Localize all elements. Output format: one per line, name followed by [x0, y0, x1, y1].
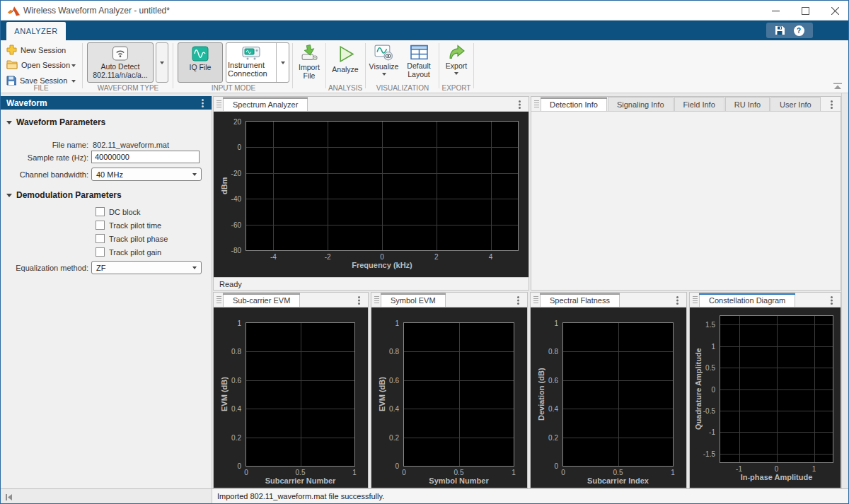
- symbol-evm-menu-icon[interactable]: [517, 296, 519, 298]
- close-button[interactable]: [820, 1, 849, 20]
- y-axis-tick-label: -1: [709, 428, 715, 436]
- plot-area: 1.510.50-0.5-1-1.5-101: [720, 315, 833, 463]
- matlab-logo-icon: [8, 6, 20, 16]
- visualize-label: Visualize: [369, 62, 399, 71]
- y-axis-tick-label: 0.4: [231, 405, 241, 413]
- tab-subcarrier-evm[interactable]: Sub-carrier EVM: [223, 293, 300, 307]
- export-dropdown-icon[interactable]: [454, 72, 458, 75]
- spectral-flatness-tab-bar: Spectral Flatness: [531, 293, 686, 307]
- panel-drag-grip[interactable]: [216, 100, 221, 107]
- x-axis-tick-label: 0.5: [613, 469, 623, 476]
- y-axis-tick-label: 0.8: [231, 348, 241, 356]
- auto-detect-label-line1: Auto Detect: [101, 62, 140, 71]
- checkbox-row-track-pilot-phase: Track pilot phase: [96, 234, 168, 243]
- input-mode-section-label: INPUT MODE: [178, 84, 289, 92]
- panel-drag-grip[interactable]: [534, 100, 539, 107]
- tab-signaling-info[interactable]: Signaling Info: [608, 97, 674, 111]
- sample-rate-input[interactable]: [91, 151, 200, 163]
- export-label: Export: [446, 61, 467, 70]
- panel-drag-grip[interactable]: [533, 296, 538, 303]
- tab-spectral-flatness[interactable]: Spectral Flatness: [540, 293, 620, 307]
- layout-grid-icon: [410, 45, 428, 60]
- tab-symbol-evm[interactable]: Symbol EVM: [381, 293, 446, 307]
- visualize-button[interactable]: Visualize: [367, 42, 400, 83]
- quick-save-icon[interactable]: [775, 25, 785, 35]
- tab-field-info[interactable]: Field Info: [674, 97, 724, 111]
- constellation-menu-icon[interactable]: [831, 296, 833, 298]
- panel-drag-grip[interactable]: [693, 296, 698, 303]
- right-scrollbar[interactable]: [841, 93, 849, 488]
- collapse-toolstrip-icon[interactable]: [833, 83, 843, 90]
- checkbox-track-pilot-gain[interactable]: [96, 247, 105, 257]
- default-layout-label: Default Layout: [403, 61, 435, 78]
- input-mode-dropdown-button[interactable]: [276, 43, 289, 82]
- collapse-panel-icon[interactable]: [5, 493, 13, 501]
- checkbox-dc-block[interactable]: [96, 207, 105, 216]
- checkbox-row-dc-block: DC block: [96, 207, 141, 216]
- checkbox-track-pilot-time[interactable]: [96, 221, 105, 230]
- spectrum-chart: 200-20-40-60-80-4-2024dBmFrequency (kHz): [214, 112, 529, 277]
- checkbox-row-track-pilot-time: Track pilot time: [96, 221, 161, 230]
- analyze-label: Analyze: [332, 65, 358, 74]
- file-name-label: File name:: [1, 141, 88, 149]
- analyze-button[interactable]: Analyze: [328, 42, 363, 83]
- panel-drag-grip[interactable]: [374, 296, 379, 303]
- iq-file-button[interactable]: IQ File: [178, 42, 223, 83]
- waveform-panel-menu-icon[interactable]: [202, 99, 204, 101]
- equalization-method-value: ZF: [96, 264, 105, 272]
- spectral-flatness-menu-icon[interactable]: [676, 296, 678, 298]
- folder-icon: [6, 60, 18, 69]
- tab-ru-info[interactable]: RU Info: [725, 97, 770, 111]
- spectrum-analyzer-panel: Spectrum Analyzer 200-20-40-60-80-4-2024…: [213, 96, 529, 291]
- waveform-parameters-heading[interactable]: Waveform Parameters: [6, 117, 105, 127]
- constellation-chart: 1.510.50-0.5-1-1.5-101Quadrature Amplitu…: [690, 307, 841, 488]
- tab-detection-info[interactable]: Detection Info: [541, 97, 607, 111]
- panel-drag-grip[interactable]: [216, 296, 221, 303]
- equalization-method-select[interactable]: ZF: [91, 261, 202, 274]
- instrument-connection-button[interactable]: Instrument Connection: [226, 43, 276, 82]
- maximize-button[interactable]: [790, 1, 820, 20]
- save-session-dropdown-icon[interactable]: [71, 80, 76, 83]
- x-axis-tick-label: 0: [402, 469, 406, 476]
- import-file-icon: [301, 45, 318, 61]
- x-axis-label: Symbol Number: [403, 476, 514, 485]
- checkbox-track-pilot-phase[interactable]: [96, 234, 105, 243]
- y-axis-tick-label: 0.6: [389, 376, 399, 384]
- checkbox-label: DC block: [109, 208, 141, 216]
- tab-user-info[interactable]: User Info: [770, 97, 821, 111]
- y-axis-tick-label: -40: [231, 195, 241, 203]
- help-icon[interactable]: ?: [794, 25, 804, 36]
- y-axis-tick-label: 20: [233, 118, 241, 126]
- open-session-dropdown-icon[interactable]: [71, 64, 76, 67]
- tab-spectrum-analyzer[interactable]: Spectrum Analyzer: [223, 97, 308, 111]
- checkbox-row-track-pilot-gain: Track pilot gain: [96, 247, 161, 257]
- export-button[interactable]: Export: [441, 42, 472, 83]
- visualize-dropdown-icon[interactable]: [382, 73, 386, 76]
- tab-constellation-diagram[interactable]: Constellation Diagram: [699, 293, 795, 307]
- y-axis-tick-label: -80: [231, 247, 241, 254]
- waveform-type-dropdown-button[interactable]: [156, 42, 168, 83]
- x-axis-tick-label: 0: [244, 469, 248, 476]
- info-panel: Detection InfoSignaling InfoField InfoRU…: [531, 96, 841, 291]
- y-axis-label: Deviation (dB): [536, 322, 547, 467]
- default-layout-button[interactable]: Default Layout: [401, 42, 437, 83]
- open-session-button[interactable]: Open Session: [6, 60, 70, 69]
- import-file-label: Import File: [295, 63, 323, 80]
- y-axis-tick-label: -1.5: [703, 450, 715, 457]
- tab-analyzer[interactable]: ANALYZER: [6, 22, 66, 40]
- gridline: [491, 122, 492, 250]
- y-axis-label: EVM (dB): [376, 322, 388, 467]
- minimize-button[interactable]: [761, 1, 790, 20]
- info-panel-menu-icon[interactable]: [831, 100, 833, 102]
- auto-detect-button[interactable]: Auto Detect 802.11a/n/ac/a...: [87, 42, 154, 83]
- gridline: [739, 316, 740, 462]
- channel-bandwidth-select[interactable]: 40 MHz: [91, 168, 202, 181]
- x-axis-label: In-phase Amplitude: [720, 473, 833, 481]
- new-session-button[interactable]: New Session: [6, 45, 66, 55]
- checkbox-label: Track pilot time: [109, 221, 161, 230]
- import-file-button[interactable]: Import File: [294, 42, 325, 83]
- x-axis-tick-label: 1: [512, 469, 516, 476]
- subcarrier-evm-menu-icon[interactable]: [358, 296, 360, 298]
- demodulation-parameters-heading[interactable]: Demodulation Parameters: [6, 190, 122, 200]
- spectrum-panel-menu-icon[interactable]: [519, 100, 521, 102]
